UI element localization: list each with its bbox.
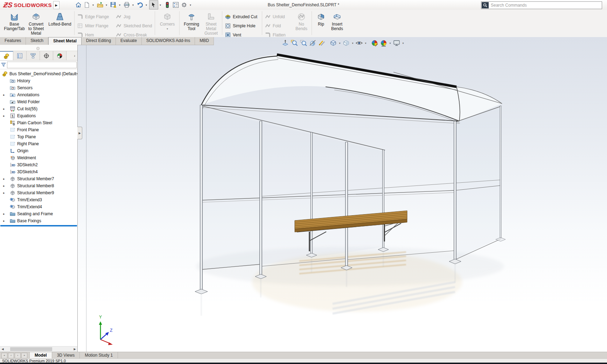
unfold-button[interactable]: Unfold bbox=[265, 13, 285, 21]
save-dropdown[interactable]: ▾ bbox=[118, 1, 122, 9]
tree-item-3dsketch2[interactable]: 3DSketch2 bbox=[0, 161, 77, 168]
tree-item-sensors[interactable]: Sensors bbox=[0, 84, 77, 91]
tree-root[interactable]: Bus Shelter_DemoFinished (Default<<D bbox=[0, 70, 77, 77]
expand-arrow[interactable]: ▸ bbox=[3, 210, 7, 217]
base-flange-tab-button[interactable]: Base Flange/Tab bbox=[4, 11, 25, 31]
new-document-dropdown[interactable]: ▾ bbox=[91, 1, 95, 9]
graphics-viewport[interactable]: ▾ ▾ ▾ ▾ ▾ Y Z bbox=[0, 37, 607, 352]
corners-dropdown[interactable]: ▾ bbox=[167, 27, 168, 30]
previous-view-button[interactable] bbox=[299, 38, 308, 48]
tree-horizontal-scrollbar[interactable]: ◀ ▶ bbox=[0, 346, 77, 352]
scroll-right-button[interactable]: ▶ bbox=[72, 346, 77, 352]
tree-item-annotations[interactable]: ▸ Annotations bbox=[0, 91, 77, 98]
first-tab-button[interactable]: « bbox=[1, 353, 7, 358]
insert-bends-button[interactable]: Insert Bends bbox=[329, 11, 345, 31]
apply-scene-button[interactable] bbox=[379, 38, 388, 48]
tree-item-front-plane[interactable]: Front Plane bbox=[0, 126, 77, 133]
tree-item-equations[interactable]: ▸ Equations bbox=[0, 112, 77, 119]
tab-solidworks-add-ins[interactable]: SOLIDWORKS Add-Ins bbox=[142, 37, 195, 45]
tree-item-trim-extend3[interactable]: Trim/Extend3 bbox=[0, 196, 77, 203]
edge-flange-button[interactable]: Edge Flange bbox=[77, 13, 109, 21]
tab-3d-views[interactable]: 3D Views bbox=[52, 352, 80, 359]
configurationmanager-tab[interactable] bbox=[27, 51, 40, 60]
zoom-to-fit-button[interactable] bbox=[281, 38, 290, 48]
tree-item-weldment[interactable]: Weldment bbox=[0, 154, 77, 161]
jog-button[interactable]: Jog bbox=[116, 13, 130, 21]
tab-model[interactable]: Model bbox=[30, 352, 52, 359]
section-view-button[interactable] bbox=[308, 38, 317, 48]
tree-item-origin[interactable]: Origin bbox=[0, 147, 77, 154]
open-button[interactable] bbox=[96, 1, 104, 9]
display-style-dropdown[interactable]: ▾ bbox=[351, 42, 355, 45]
lofted-bend-button[interactable]: Lofted-Bend bbox=[47, 11, 73, 27]
new-document-button[interactable] bbox=[83, 1, 91, 9]
undo-dropdown[interactable]: ▾ bbox=[144, 1, 148, 9]
manager-tabs-expand[interactable]: › bbox=[67, 51, 77, 60]
bus-shelter-model[interactable] bbox=[0, 37, 607, 352]
tree-item-structural-member9[interactable]: ▸ Structural Member9 bbox=[0, 189, 77, 196]
tree-item-material[interactable]: Plain Carbon Steel bbox=[0, 119, 77, 126]
rollback-bar[interactable] bbox=[0, 225, 77, 226]
sheet-metal-gusset-button[interactable]: Sheet Metal Gusset bbox=[202, 11, 220, 36]
view-orientation-dropdown[interactable]: ▾ bbox=[338, 42, 342, 45]
display-style-button[interactable] bbox=[342, 38, 351, 48]
undo-button[interactable] bbox=[136, 1, 144, 9]
forming-tool-button[interactable]: Forming Tool bbox=[182, 11, 201, 31]
tree-item-3dsketch4[interactable]: 3DSketch4 bbox=[0, 168, 77, 175]
scroll-left-button[interactable]: ◀ bbox=[0, 346, 5, 352]
expand-arrow[interactable]: ▸ bbox=[3, 175, 7, 182]
rip-button[interactable]: Rip bbox=[314, 11, 328, 27]
fold-button[interactable]: Fold bbox=[265, 22, 281, 30]
expand-arrow[interactable]: ▸ bbox=[3, 189, 7, 196]
tab-sketch[interactable]: Sketch bbox=[26, 37, 48, 45]
zoom-to-area-button[interactable] bbox=[290, 38, 299, 48]
open-dropdown[interactable]: ▾ bbox=[104, 1, 109, 9]
tree-item-structural-member8[interactable]: ▸ Structural Member8 bbox=[0, 182, 77, 189]
options-dropdown[interactable]: ▾ bbox=[188, 1, 193, 9]
view-orientation-button[interactable] bbox=[329, 38, 338, 48]
tree-item-structural-member7[interactable]: ▸ Structural Member7 bbox=[0, 175, 77, 182]
expand-arrow[interactable]: ▸ bbox=[3, 91, 7, 98]
convert-to-sheet-metal-button[interactable]: Convert to Sheet Metal bbox=[26, 11, 46, 36]
hide-show-items-button[interactable] bbox=[355, 38, 364, 48]
print-dropdown[interactable]: ▾ bbox=[131, 1, 135, 9]
tree-item-top-plane[interactable]: Top Plane bbox=[0, 133, 77, 140]
panel-splitter-line[interactable] bbox=[86, 45, 86, 352]
tree-item-weld-folder[interactable]: Weld Folder bbox=[0, 98, 77, 105]
extruded-cut-button[interactable]: Extruded Cut bbox=[225, 13, 257, 21]
print-button[interactable] bbox=[123, 1, 131, 9]
tree-filter-input[interactable] bbox=[7, 62, 77, 68]
hide-show-items-dropdown[interactable]: ▾ bbox=[364, 42, 368, 45]
tree-item-right-plane[interactable]: Right Plane bbox=[0, 140, 77, 147]
last-tab-button[interactable]: » bbox=[21, 353, 27, 358]
tree-item-trim-extend4[interactable]: Trim/Extend4 bbox=[0, 203, 77, 210]
tree-item-base-fixings[interactable]: ▸ Base Fixings bbox=[0, 217, 77, 224]
panel-collapse-handle[interactable]: ▶ bbox=[77, 127, 82, 139]
edit-appearance-button[interactable] bbox=[370, 38, 379, 48]
select-dropdown[interactable]: ▾ bbox=[158, 1, 162, 9]
tab-evaluate[interactable]: Evaluate bbox=[116, 37, 142, 45]
apply-scene-dropdown[interactable]: ▾ bbox=[388, 42, 392, 45]
tree-item-cut-list[interactable]: ▸ Cut list(55) bbox=[0, 105, 77, 112]
tab-features[interactable]: Features bbox=[0, 37, 26, 45]
properties-button[interactable] bbox=[172, 1, 180, 9]
dimxpertmanager-tab[interactable] bbox=[40, 51, 53, 60]
sketched-bend-button[interactable]: Sketched Bend bbox=[116, 22, 152, 30]
menu-expand-button[interactable]: ▶ bbox=[53, 1, 60, 9]
dynamic-annotation-views-button[interactable] bbox=[317, 38, 326, 48]
corners-button[interactable]: Corners ▾ bbox=[158, 11, 177, 30]
expand-arrow[interactable]: ▸ bbox=[3, 112, 7, 119]
home-button[interactable] bbox=[74, 1, 83, 9]
simple-hole-button[interactable]: Simple Hole bbox=[225, 22, 256, 30]
save-button[interactable] bbox=[109, 1, 118, 9]
propertymanager-tab[interactable] bbox=[13, 51, 27, 60]
tree-item-seating-and-frame[interactable]: ▸ Seating and Frame bbox=[0, 210, 77, 217]
search-commands-input[interactable] bbox=[489, 3, 602, 8]
tree-item-history[interactable]: History bbox=[0, 77, 77, 84]
display-states-button[interactable] bbox=[163, 1, 172, 9]
options-button[interactable] bbox=[180, 1, 188, 9]
no-bends-button[interactable]: No Bends bbox=[293, 11, 309, 31]
select-button[interactable] bbox=[149, 0, 158, 9]
displaymanager-tab[interactable] bbox=[53, 51, 67, 60]
next-tab-button[interactable]: › bbox=[15, 353, 21, 358]
